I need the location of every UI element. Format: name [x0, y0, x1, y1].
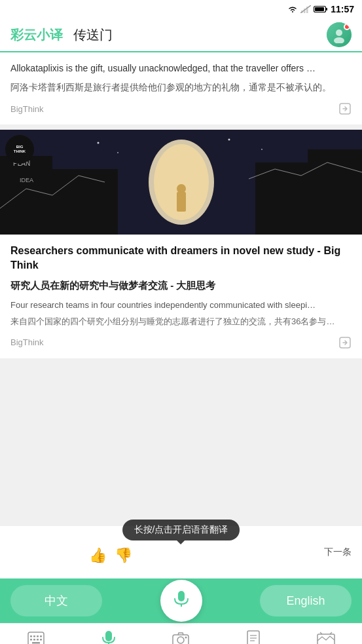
svg-point-24 — [228, 139, 230, 141]
chalk-art-svg: PLAN IDEA — [0, 130, 362, 235]
svg-rect-32 — [37, 635, 39, 637]
lang-zh-button[interactable]: 中文 — [10, 585, 102, 616]
nav-item-landscape[interactable]: 横屏 — [289, 632, 362, 644]
svg-point-15 — [177, 184, 186, 193]
article-excerpt-en: Four research teams in four countries in… — [10, 299, 352, 312]
article-source-name: BigThink — [10, 337, 44, 347]
svg-rect-37 — [40, 639, 42, 641]
svg-rect-34 — [30, 639, 32, 641]
article-title-en: Researchers communicate with dreamers in… — [10, 244, 352, 273]
card1-source-name: BigThink — [10, 104, 44, 114]
battery-icon — [314, 5, 328, 13]
svg-point-25 — [261, 149, 262, 150]
top-nav: 彩云小译 传送门 — [0, 18, 362, 52]
status-icons: 11:57 — [287, 4, 354, 14]
svg-rect-42 — [173, 635, 189, 644]
content-area: Allokataplixis is the gift, usually unac… — [0, 52, 362, 526]
article-body: Researchers communicate with dreamers in… — [0, 235, 362, 358]
mic-icon — [171, 588, 192, 614]
svg-rect-49 — [317, 634, 335, 644]
lang-bar: 中文 English — [0, 578, 362, 623]
svg-point-23 — [117, 152, 118, 153]
svg-rect-31 — [33, 635, 35, 637]
share-icon[interactable] — [338, 102, 352, 115]
svg-rect-36 — [37, 639, 39, 641]
article-excerpt-zh: 来自四个国家的四个研究小组分别与睡觉的志愿者进行了独立的交流，共有36名参与… — [10, 315, 352, 328]
translation-card-1: Allokataplixis is the gift, usually unac… — [0, 52, 362, 124]
svg-rect-45 — [247, 631, 259, 644]
svg-rect-39 — [105, 631, 112, 641]
bottom-nav: 文字 语音 拍照 — [0, 623, 362, 644]
lang-en-button[interactable]: English — [260, 585, 352, 616]
nav-item-document[interactable]: 文档 — [217, 630, 290, 644]
svg-point-43 — [177, 637, 184, 643]
svg-rect-38 — [32, 642, 40, 644]
card1-text-zh: 阿洛卡塔普利西斯是旅行者提供给他们参观的地方的礼物，通常是不被承认的。 — [10, 81, 352, 94]
mic-nav-icon — [101, 630, 117, 644]
voice-bar: 长按/点击开启语音翻译 👍 👎 下一条 — [0, 526, 362, 578]
svg-point-22 — [98, 142, 100, 144]
nav-item-camera[interactable]: 拍照 — [145, 632, 217, 644]
landscape-icon — [317, 632, 335, 644]
svg-rect-27 — [178, 591, 185, 601]
app-title-main: 彩云小译 — [10, 26, 63, 44]
svg-rect-35 — [33, 639, 35, 641]
svg-rect-19 — [308, 149, 362, 235]
svg-line-4 — [300, 5, 311, 13]
article-image: PLAN IDEA — [0, 130, 362, 235]
nav-item-voice[interactable]: 语音 — [73, 630, 145, 644]
svg-rect-30 — [30, 635, 32, 637]
keyboard-icon — [27, 632, 45, 644]
notification-dot — [344, 24, 350, 30]
svg-text:IDEA: IDEA — [20, 177, 33, 183]
status-time: 11:57 — [331, 4, 354, 14]
card1-text-en: Allokataplixis is the gift, usually unac… — [10, 62, 352, 75]
mic-button[interactable] — [160, 580, 202, 622]
app-title-sub: 传送门 — [73, 26, 113, 44]
svg-rect-7 — [315, 7, 324, 11]
svg-rect-6 — [326, 8, 327, 10]
article-source: BigThink — [10, 336, 352, 349]
camera-icon — [172, 632, 189, 644]
svg-point-44 — [185, 637, 187, 639]
tooltip-bubble: 长按/点击开启语音翻译 — [122, 520, 240, 540]
nav-item-text[interactable]: 文字 — [0, 632, 73, 644]
thumb-up-icon[interactable]: 👍 — [89, 547, 107, 564]
svg-rect-17 — [52, 169, 118, 235]
status-bar: 11:57 — [0, 0, 362, 18]
document-icon — [246, 630, 261, 644]
card1-source: BigThink — [10, 102, 352, 115]
wifi-icon — [287, 5, 298, 13]
thumb-down-icon[interactable]: 👎 — [115, 547, 132, 564]
svg-rect-16 — [0, 156, 52, 235]
svg-point-9 — [334, 37, 344, 43]
svg-rect-33 — [40, 635, 42, 637]
svg-rect-14 — [177, 192, 186, 212]
article-card[interactable]: BIGTHINK — [0, 130, 362, 358]
next-button[interactable]: 下一条 — [324, 546, 352, 558]
bigthink-logo: BIGTHINK — [5, 135, 34, 164]
svg-point-8 — [336, 29, 342, 36]
avatar[interactable] — [327, 22, 352, 47]
signal-icon — [300, 5, 311, 13]
article-title-zh: 研究人员在新的研究中与做梦者交流 - 大胆思考 — [10, 278, 352, 292]
share-icon-2[interactable] — [338, 336, 352, 349]
